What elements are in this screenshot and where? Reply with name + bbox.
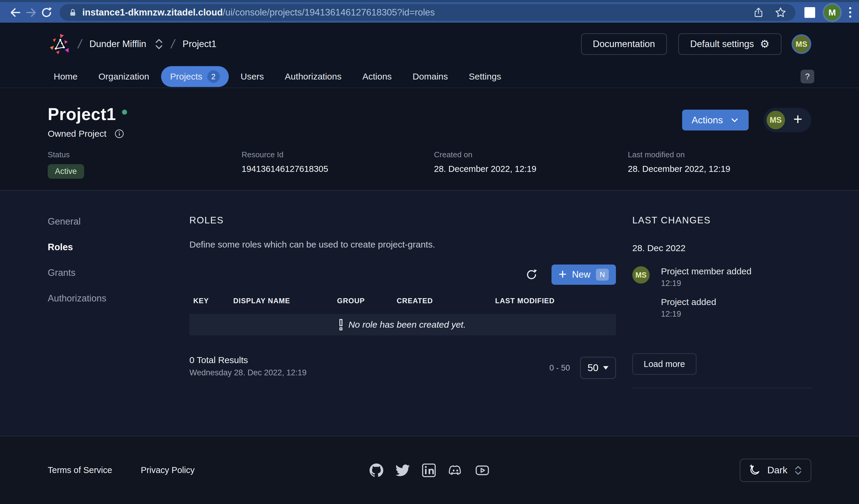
lock-icon — [69, 8, 77, 17]
zitadel-logo[interactable] — [49, 33, 70, 56]
privacy-policy-link[interactable]: Privacy Policy — [141, 465, 195, 475]
browser-chrome: instance1-dkmnzw.zitadel.cloud/ui/consol… — [0, 0, 859, 22]
app-header: / Dunder Mifflin / Project1 Documentatio… — [0, 22, 859, 88]
back-arrow-icon — [11, 9, 20, 16]
info-icon[interactable] — [114, 129, 124, 139]
resource-id-value: 194136146127618305 — [242, 164, 434, 174]
nav-label: Projects — [170, 72, 202, 82]
refresh-button[interactable] — [524, 267, 540, 283]
nav-label: Organization — [99, 72, 149, 82]
change-event-time: 12:19 — [661, 310, 752, 319]
column-display-name: DISPLAY NAME — [233, 297, 337, 305]
panel-divider — [632, 388, 813, 389]
theme-label: Dark — [767, 465, 787, 476]
load-more-button[interactable]: Load more — [632, 353, 696, 375]
breadcrumb-separator: / — [77, 37, 83, 51]
sidebar-item-general[interactable]: General — [48, 216, 190, 227]
new-label: New — [572, 269, 590, 280]
help-button[interactable]: ? — [800, 70, 814, 83]
status-label: Status — [48, 150, 242, 159]
nav-authorizations[interactable]: Authorizations — [276, 67, 350, 86]
nav-label: Domains — [412, 72, 448, 82]
changes-date: 28. Dec 2022 — [632, 243, 813, 253]
plus-icon: + — [559, 267, 567, 281]
add-member-icon: + — [794, 111, 802, 127]
default-settings-label: Default settings — [690, 39, 754, 49]
youtube-icon[interactable] — [475, 463, 490, 477]
column-created: CREATED — [397, 297, 495, 305]
moon-icon — [749, 464, 760, 476]
chevron-up-down-icon — [154, 38, 164, 50]
column-key: KEY — [193, 297, 233, 305]
change-event: Project added 12:19 — [661, 297, 752, 319]
social-links — [369, 463, 490, 477]
side-panel-icon[interactable] — [804, 7, 815, 18]
nav-label: Home — [54, 72, 78, 82]
project-header: Project1 Owned Project Actions MS + Stat… — [0, 88, 859, 191]
member-avatar: MS — [767, 111, 785, 129]
forward-arrow-icon — [27, 9, 35, 16]
projects-count-badge: 2 — [207, 70, 220, 83]
theme-select[interactable]: Dark — [740, 459, 811, 482]
nav-organization[interactable]: Organization — [89, 67, 158, 86]
footer: Terms of Service Privacy Policy Dark — [0, 436, 859, 504]
user-avatar[interactable]: MS — [793, 35, 810, 53]
sidebar-item-authorizations[interactable]: Authorizations — [48, 293, 190, 304]
created-on-label: Created on — [434, 150, 628, 159]
results-timestamp: Wednesday 28. Dec 2022, 12:19 — [190, 368, 307, 377]
nav-label: Actions — [362, 72, 392, 82]
twitter-icon[interactable] — [395, 463, 410, 477]
linkedin-icon[interactable] — [422, 463, 436, 477]
nav-domains[interactable]: Domains — [404, 67, 457, 86]
nav-settings[interactable]: Settings — [460, 67, 510, 86]
roles-table-header: KEY DISPLAY NAME GROUP CREATED LAST MODI… — [190, 297, 616, 305]
documentation-button[interactable]: Documentation — [581, 33, 667, 55]
column-group: GROUP — [337, 297, 397, 305]
url-bar[interactable]: instance1-dkmnzw.zitadel.cloud/ui/consol… — [60, 4, 796, 21]
nav-users[interactable]: Users — [232, 67, 273, 86]
url-domain: instance1-dkmnzw.zitadel.cloud — [82, 7, 223, 18]
discord-icon[interactable] — [448, 463, 463, 477]
page-size-select[interactable]: 50 — [580, 357, 616, 379]
terms-of-service-link[interactable]: Terms of Service — [48, 465, 112, 475]
sidebar-item-grants[interactable]: Grants — [48, 267, 190, 278]
shortcut-badge: N — [596, 269, 609, 281]
last-modified-value: 28. December 2022, 12:19 — [628, 164, 730, 174]
browser-forward-button[interactable] — [23, 5, 39, 20]
last-changes-title: LAST CHANGES — [632, 215, 813, 226]
change-author-avatar: MS — [632, 266, 650, 284]
github-icon[interactable] — [369, 463, 383, 477]
reload-icon — [40, 6, 53, 19]
url-text: instance1-dkmnzw.zitadel.cloud/ui/consol… — [82, 7, 435, 18]
nav-projects[interactable]: Projects2 — [161, 66, 228, 87]
share-icon[interactable] — [753, 6, 764, 18]
active-status-dot — [122, 110, 127, 115]
empty-state-row: No role has been created yet. — [190, 314, 616, 335]
main-nav: Home Organization Projects2 Users Author… — [0, 65, 859, 88]
change-event-time: 12:19 — [661, 279, 752, 288]
change-event-label: Project added — [661, 297, 752, 307]
actions-dropdown-button[interactable]: Actions — [682, 110, 749, 130]
chevron-up-down-icon — [794, 464, 802, 476]
browser-back-button[interactable] — [8, 5, 23, 20]
sidebar-item-roles[interactable]: Roles — [48, 242, 190, 253]
browser-reload-button[interactable] — [39, 5, 54, 20]
project-members-button[interactable]: MS + — [764, 108, 811, 132]
gear-icon: ⚙ — [760, 39, 770, 49]
browser-profile-avatar[interactable]: M — [824, 4, 840, 20]
bookmark-star-icon[interactable] — [774, 6, 786, 18]
org-switcher-button[interactable] — [154, 38, 164, 50]
default-settings-button[interactable]: Default settings⚙ — [678, 33, 781, 55]
column-last-modified: LAST MODIFIED — [495, 297, 555, 305]
new-role-button[interactable]: + New N — [552, 265, 616, 285]
nav-label: Authorizations — [285, 72, 342, 82]
page-title: Project1 — [48, 104, 116, 124]
url-path: /ui/console/projects/194136146127618305?… — [223, 7, 435, 18]
nav-actions[interactable]: Actions — [353, 67, 401, 86]
browser-menu-icon[interactable] — [849, 7, 851, 18]
breadcrumb-org[interactable]: Dunder Mifflin — [89, 39, 147, 49]
exclamation-icon — [340, 319, 342, 330]
nav-home[interactable]: Home — [45, 67, 87, 86]
breadcrumb-project[interactable]: Project1 — [183, 39, 216, 49]
empty-state-message: No role has been created yet. — [348, 320, 466, 330]
